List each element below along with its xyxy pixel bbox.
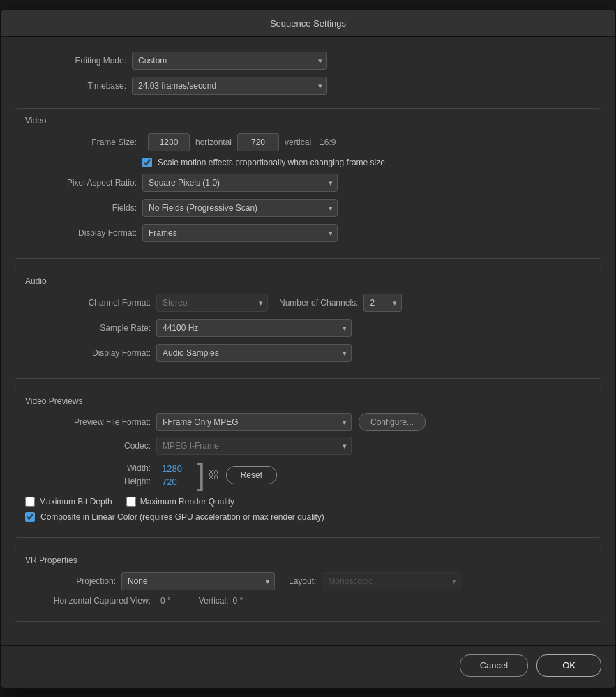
bracket-link-area: ] ⛓: [197, 460, 219, 490]
timebase-select[interactable]: 24.03 frames/second: [132, 77, 327, 95]
horizontal-captured-label: Horizontal Captured View:: [25, 596, 151, 606]
video-section: Video Frame Size: horizontal vertical 16…: [15, 108, 601, 259]
quality-options-row: Maximum Bit Depth Maximum Render Quality: [25, 497, 591, 507]
dialog-body: Editing Mode: Custom Timebase: 24.03 fra…: [1, 37, 615, 645]
codec-select[interactable]: MPEG I-Frame: [156, 437, 352, 455]
num-channels-label: Number of Channels:: [279, 298, 358, 308]
projection-label: Projection:: [25, 576, 116, 586]
composite-linear-checkbox[interactable]: [25, 512, 35, 522]
sample-rate-select-wrap: 44100 Hz: [156, 319, 352, 337]
width-label: Width:: [25, 463, 151, 473]
width-height-block: Width: 1280 Height: 720: [25, 463, 190, 487]
sample-rate-row: Sample Rate: 44100 Hz: [25, 318, 591, 338]
cancel-button[interactable]: Cancel: [460, 654, 528, 677]
max-render-quality-checkbox[interactable]: [126, 497, 136, 507]
preview-file-format-select[interactable]: I-Frame Only MPEG: [156, 413, 352, 431]
fields-row: Fields: No Fields (Progressive Scan): [25, 198, 591, 218]
audio-section-title: Audio: [25, 276, 591, 286]
fields-select-wrap: No Fields (Progressive Scan): [142, 199, 338, 217]
pixel-aspect-select-wrap: Square Pixels (1.0): [142, 174, 338, 192]
title-bar: Sequence Settings: [1, 10, 615, 37]
audio-section: Audio Channel Format: Stereo Number of C…: [15, 269, 601, 379]
video-section-title: Video: [25, 116, 591, 126]
dialog-title: Sequence Settings: [270, 18, 346, 29]
top-settings: Editing Mode: Custom Timebase: 24.03 fra…: [15, 44, 601, 108]
preview-file-format-row: Preview File Format: I-Frame Only MPEG C…: [25, 413, 591, 431]
channel-format-select-wrap: Stereo: [156, 294, 268, 312]
sequence-settings-dialog: Sequence Settings Editing Mode: Custom T…: [0, 9, 616, 689]
timebase-select-wrap: 24.03 frames/second: [132, 77, 327, 95]
width-value: 1280: [162, 463, 190, 474]
bracket-icon: ]: [197, 460, 205, 490]
audio-display-format-select[interactable]: Audio Samples: [156, 344, 352, 362]
sample-rate-label: Sample Rate:: [25, 323, 151, 333]
width-row: Width: 1280: [25, 463, 190, 474]
max-bit-depth-item: Maximum Bit Depth: [25, 497, 112, 507]
audio-display-format-label: Display Format:: [25, 348, 151, 358]
layout-select[interactable]: Monoscopic: [322, 572, 461, 590]
editing-mode-row: Editing Mode: Custom: [15, 51, 601, 70]
height-label: Height:: [25, 477, 151, 486]
scale-motion-label: Scale motion effects proportionally when…: [158, 158, 385, 167]
channel-format-label: Channel Format:: [25, 298, 151, 308]
captured-view-row: Horizontal Captured View: 0 ° Vertical: …: [25, 596, 591, 606]
vr-properties-section: VR Properties Projection: None Layout: M…: [15, 548, 601, 622]
link-icon[interactable]: ⛓: [208, 469, 219, 481]
frame-size-row: Frame Size: horizontal vertical 16:9: [25, 133, 591, 152]
configure-button[interactable]: Configure...: [359, 413, 426, 431]
timebase-label: Timebase:: [15, 81, 126, 91]
audio-display-format-select-wrap: Audio Samples: [156, 344, 352, 362]
editing-mode-select-wrap: Custom: [132, 52, 327, 70]
max-render-quality-label: Maximum Render Quality: [140, 497, 234, 507]
video-display-format-select-wrap: Frames: [142, 224, 338, 242]
reset-button[interactable]: Reset: [226, 466, 277, 484]
vertical-value: 0 °: [233, 596, 243, 606]
vertical-label: vertical: [285, 137, 311, 147]
frame-width-input[interactable]: [148, 133, 190, 151]
height-value: 720: [162, 477, 190, 487]
horizontal-captured-value: 0 °: [160, 596, 171, 606]
pixel-aspect-select[interactable]: Square Pixels (1.0): [142, 174, 338, 192]
scale-motion-checkbox[interactable]: [142, 158, 152, 167]
fields-select[interactable]: No Fields (Progressive Scan): [142, 199, 338, 217]
timebase-row: Timebase: 24.03 frames/second: [15, 76, 601, 96]
editing-mode-label: Editing Mode:: [15, 56, 126, 66]
pixel-aspect-label: Pixel Aspect Ratio:: [25, 178, 137, 188]
preview-file-format-label: Preview File Format:: [25, 417, 151, 427]
vr-section-title: VR Properties: [25, 555, 591, 565]
audio-display-format-row: Display Format: Audio Samples: [25, 343, 591, 363]
num-channels-select[interactable]: 2: [363, 294, 402, 312]
video-previews-section: Video Previews Preview File Format: I-Fr…: [15, 389, 601, 538]
video-display-format-row: Display Format: Frames: [25, 223, 591, 243]
max-bit-depth-label: Maximum Bit Depth: [39, 497, 112, 507]
frame-height-input[interactable]: [237, 133, 279, 151]
layout-label: Layout:: [289, 576, 316, 586]
preview-file-format-select-wrap: I-Frame Only MPEG: [156, 413, 352, 431]
dialog-footer: Cancel OK: [1, 645, 615, 688]
pixel-aspect-row: Pixel Aspect Ratio: Square Pixels (1.0): [25, 173, 591, 193]
video-previews-title: Video Previews: [25, 396, 591, 406]
scale-motion-row: Scale motion effects proportionally when…: [25, 158, 591, 167]
horizontal-label: horizontal: [195, 137, 232, 147]
video-display-format-select[interactable]: Frames: [142, 224, 338, 242]
num-channels-select-wrap: 2: [363, 294, 402, 312]
channel-format-select[interactable]: Stereo: [156, 294, 268, 312]
projection-layout-row: Projection: None Layout: Monoscopic: [25, 572, 591, 590]
aspect-ratio-label: 16:9: [320, 137, 336, 147]
width-height-container: Width: 1280 Height: 720 ] ⛓ Reset: [25, 460, 591, 490]
ok-button[interactable]: OK: [536, 654, 601, 677]
max-bit-depth-checkbox[interactable]: [25, 497, 35, 507]
fields-label: Fields:: [25, 203, 137, 213]
editing-mode-select[interactable]: Custom: [132, 52, 327, 70]
composite-linear-label: Composite in Linear Color (requires GPU …: [40, 512, 324, 522]
height-row: Height: 720: [25, 477, 190, 487]
projection-select[interactable]: None: [121, 572, 275, 590]
channel-format-row: Channel Format: Stereo Number of Channel…: [25, 293, 591, 313]
projection-select-wrap: None: [121, 572, 275, 590]
codec-select-wrap: MPEG I-Frame: [156, 437, 352, 455]
codec-label: Codec:: [25, 441, 151, 451]
codec-row: Codec: MPEG I-Frame: [25, 437, 591, 455]
layout-select-wrap: Monoscopic: [322, 572, 461, 590]
composite-linear-row: Composite in Linear Color (requires GPU …: [25, 512, 591, 522]
sample-rate-select[interactable]: 44100 Hz: [156, 319, 352, 337]
